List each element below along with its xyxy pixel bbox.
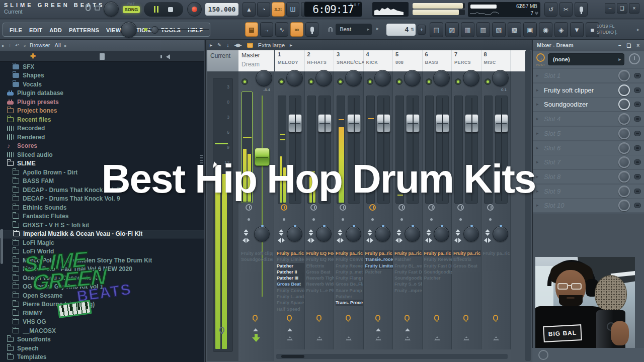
- fader-handle[interactable]: [377, 114, 390, 132]
- browser-item[interactable]: Imperial Muzikk & Ocean Veau - Glo-Fi Ki…: [0, 230, 204, 239]
- route-triangle-icon[interactable]: [463, 336, 469, 340]
- search-icon[interactable]: ⌕: [23, 43, 26, 48]
- plugin-slot[interactable]: Half Speed: [277, 306, 304, 312]
- plugin-slot[interactable]: Fruity Flanger: [336, 275, 363, 281]
- separation-arrows[interactable]: [395, 229, 403, 246]
- channel-rack-button[interactable]: ▦: [461, 22, 474, 37]
- plugin-slot[interactable]: Fruity EQ Focus: [306, 250, 334, 256]
- menu-edit[interactable]: EDIT: [26, 27, 46, 33]
- browser-item[interactable]: Fantastic Flutes: [0, 212, 204, 221]
- plugin-slot[interactable]: Fruity BL..verdtive: [394, 263, 422, 269]
- add-button[interactable]: +: [418, 25, 426, 35]
- plugin-slot[interactable]: Fruity Convolver: [277, 288, 304, 294]
- stereo-sep-knob[interactable]: [316, 226, 332, 242]
- fx-enable-bulb-icon[interactable]: [375, 315, 380, 321]
- browser-item[interactable]: Project bones: [0, 107, 204, 116]
- channel-enable-led[interactable]: [455, 78, 461, 85]
- chevron-right-icon[interactable]: ▸: [2, 43, 5, 48]
- slot-mix-knob[interactable]: [618, 84, 630, 96]
- plugin-slot[interactable]: Fruity pa..ric EQ 2: [365, 250, 393, 256]
- stereo-sep-knob[interactable]: [405, 226, 420, 242]
- effect-slot-5[interactable]: ▸Slot 5: [533, 127, 644, 140]
- plugin-slot[interactable]: Fruity Space: [277, 300, 304, 306]
- channel-enable-led[interactable]: [485, 78, 491, 85]
- stereo-sep-knob[interactable]: [463, 226, 479, 242]
- chevron-right-icon[interactable]: ▸: [376, 26, 379, 31]
- oscilloscope[interactable]: [372, 2, 409, 17]
- separation-arrows[interactable]: [484, 229, 491, 246]
- plugin-slot[interactable]: Patcher: [336, 294, 363, 300]
- fx-enable-bulb-icon[interactable]: [493, 315, 498, 321]
- mixer-view-size-label[interactable]: Extra large: [258, 42, 285, 48]
- channel-header[interactable]: 1MELODY: [275, 50, 305, 71]
- separation-arrows[interactable]: [278, 229, 285, 246]
- master-pitch-knob[interactable]: [121, 22, 137, 38]
- pat-song-switch[interactable]: PAT SONG: [123, 2, 140, 13]
- tempo-display[interactable]: 150.000: [205, 3, 238, 16]
- fader-handle[interactable]: [288, 114, 302, 132]
- plugin-slot[interactable]: Snare Pump: [336, 288, 363, 294]
- browser-item[interactable]: Rendered: [0, 133, 204, 142]
- tube-button[interactable]: [305, 22, 318, 37]
- slot-enable-led[interactable]: [634, 145, 641, 151]
- blend-notes-button[interactable]: Ш: [286, 2, 299, 17]
- effect-slot-1[interactable]: ▸Slot 1: [533, 69, 644, 82]
- song-label[interactable]: SONG: [123, 6, 140, 13]
- fader-handle[interactable]: [436, 114, 449, 132]
- plugin-slot[interactable]: Fruity L..andpass: [277, 294, 304, 300]
- plugin-slot[interactable]: Fruity pa..ric E: [483, 250, 511, 256]
- count-in-button[interactable]: 3.2:: [272, 2, 285, 17]
- swing-clock-icon[interactable]: [310, 204, 317, 211]
- up-caret-icon[interactable]: [405, 328, 410, 331]
- slot-mix-knob[interactable]: [618, 142, 630, 154]
- swing-clock-icon[interactable]: [428, 204, 435, 211]
- browser-item[interactable]: Vocals: [0, 80, 204, 89]
- plugin-slot[interactable]: Gross Beat: [453, 263, 481, 269]
- wait-for-input-button[interactable]: ◔: [257, 2, 270, 17]
- plugin-slot[interactable]: Fruity pa..ric EQ 2: [277, 250, 304, 256]
- plugin-slot[interactable]: Transie..rocessor: [365, 256, 393, 262]
- slot-enable-led[interactable]: [634, 102, 641, 107]
- up-caret-icon[interactable]: [287, 328, 292, 331]
- plugin-slot[interactable]: Fruity Reeverb 2: [424, 256, 452, 262]
- playlist-button[interactable]: ▤: [245, 22, 258, 37]
- plugin-slot[interactable]: Reeverb Wide: [306, 281, 334, 287]
- plugin-slot[interactable]: Gross Be..Flanger: [336, 281, 363, 287]
- swing-clock-icon[interactable]: [281, 204, 287, 211]
- channel-enable-led[interactable]: [278, 78, 285, 85]
- back-icon[interactable]: ↶: [15, 43, 19, 48]
- mic-record-button[interactable]: [575, 2, 588, 17]
- tab-sound-icon[interactable]: [166, 54, 170, 59]
- route-triangle-icon[interactable]: [405, 336, 411, 340]
- chevron-right-icon[interactable]: ▸: [210, 42, 212, 48]
- chevron-right-icon[interactable]: ▸: [290, 42, 292, 48]
- insert-target-dropdown[interactable]: (none): [548, 53, 624, 65]
- menu-patterns[interactable]: PATTERNS: [65, 27, 103, 33]
- route-triangle-icon[interactable]: [346, 336, 352, 340]
- slot-enable-led[interactable]: [634, 203, 641, 208]
- mixer-vertical-scrollbar[interactable]: [525, 50, 531, 361]
- stop-button[interactable]: [168, 7, 173, 12]
- plugin-slot[interactable]: Effectrix: [306, 263, 334, 269]
- channel-enable-led[interactable]: [396, 78, 403, 85]
- chevron-right-icon[interactable]: ▸: [536, 102, 539, 107]
- effect-slot-4[interactable]: ▸Slot 4: [533, 112, 644, 126]
- chevron-right-icon[interactable]: ▸: [64, 43, 67, 48]
- browser-scrollbar[interactable]: [1, 229, 3, 264]
- metronome-button[interactable]: ▲: [243, 2, 256, 17]
- mixer-button[interactable]: ▥: [476, 22, 490, 37]
- clock-icon[interactable]: [629, 53, 640, 64]
- effect-slot-6[interactable]: ▸Slot 6: [533, 141, 644, 155]
- plugin-slot[interactable]: Trans. Processor: [336, 300, 363, 306]
- stereo-sep-knob[interactable]: [493, 226, 508, 242]
- route-triangle-icon[interactable]: [316, 336, 323, 340]
- plugin-slot[interactable]: Patcher III: [277, 275, 304, 281]
- download-button[interactable]: ▼: [570, 22, 584, 37]
- channel-header[interactable]: 7PERCS: [452, 50, 481, 71]
- time-display[interactable]: 6:09:17 B:S:T: [304, 2, 362, 17]
- chevron-right-icon[interactable]: ▸: [536, 131, 539, 136]
- pan-knob[interactable]: [433, 70, 450, 86]
- pan-knob[interactable]: [492, 70, 509, 86]
- fl-news-label[interactable]: 10/19 FL STUDIO |.: [597, 23, 617, 35]
- route-triangle-icon[interactable]: [434, 336, 440, 340]
